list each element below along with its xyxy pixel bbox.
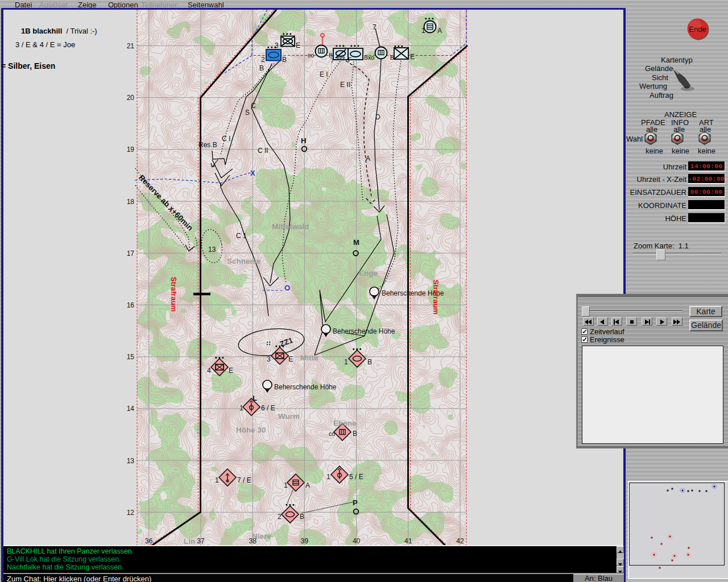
- svg-text:Mitte: Mitte: [300, 354, 318, 362]
- svg-text:S: S: [245, 109, 250, 117]
- svg-text:2: 2: [278, 513, 282, 521]
- svg-text:39: 39: [301, 537, 309, 545]
- svg-text:H: H: [301, 136, 306, 145]
- svg-text:2: 2: [261, 56, 265, 64]
- svg-text:E: E: [288, 355, 293, 363]
- svg-text:21: 21: [127, 42, 135, 50]
- svg-text:O: O: [284, 284, 290, 292]
- svg-text:6 / E: 6 / E: [261, 404, 275, 412]
- svg-text:co: co: [329, 430, 335, 437]
- svg-text:B: B: [353, 430, 357, 438]
- svg-text:Höhe 30: Höhe 30: [236, 426, 266, 434]
- svg-text:C 1: C 1: [236, 232, 247, 240]
- svg-text:7: 7: [373, 23, 377, 31]
- svg-text:Schneise: Schneise: [227, 257, 261, 265]
- svg-text:Res.B: Res.B: [198, 141, 217, 149]
- svg-text:Ende: Ende: [689, 25, 706, 34]
- svg-text:C: C: [251, 102, 256, 110]
- svg-text:16: 16: [127, 301, 135, 309]
- svg-text:A: A: [366, 155, 370, 163]
- svg-text:Strafraum: Strafraum: [169, 277, 178, 311]
- svg-text:1: 1: [326, 473, 330, 481]
- svg-text:3: 3: [267, 355, 271, 363]
- svg-text:B: B: [367, 358, 372, 366]
- svg-text:12: 12: [127, 509, 135, 517]
- svg-text:Niere: Niere: [252, 532, 271, 541]
- svg-text:Lin: Lin: [184, 537, 195, 546]
- svg-text:37: 37: [197, 537, 205, 545]
- svg-text:E: E: [410, 53, 415, 61]
- svg-text:7 / E: 7 / E: [237, 476, 251, 484]
- svg-text:18: 18: [127, 198, 135, 206]
- svg-text:X: X: [250, 169, 255, 177]
- svg-text:Ebene: Ebene: [333, 419, 357, 427]
- svg-text:C II: C II: [258, 147, 268, 155]
- svg-text:5 / E: 5 / E: [349, 473, 363, 481]
- svg-text:13: 13: [127, 457, 135, 465]
- svg-text:B: B: [300, 513, 304, 521]
- svg-text:40: 40: [353, 537, 361, 545]
- svg-text:E II: E II: [340, 81, 350, 89]
- svg-text:13: 13: [208, 246, 216, 253]
- svg-text:Bxo: Bxo: [364, 54, 374, 61]
- svg-text:Beherschende Höhe: Beherschende Höhe: [333, 327, 395, 335]
- svg-text:Beherschende Höhe: Beherschende Höhe: [274, 383, 337, 391]
- svg-text:E: E: [296, 41, 300, 49]
- svg-text:E I: E I: [320, 70, 328, 78]
- svg-text:15: 15: [127, 353, 135, 361]
- svg-text:17: 17: [127, 250, 135, 257]
- svg-text:M: M: [353, 238, 359, 247]
- svg-text:41: 41: [404, 537, 412, 545]
- svg-text:Enge: Enge: [359, 269, 378, 277]
- svg-text:P: P: [353, 498, 358, 507]
- svg-text:14: 14: [127, 405, 135, 413]
- svg-text:1: 1: [215, 476, 219, 484]
- svg-text:36: 36: [145, 537, 153, 545]
- svg-text:Mittelwald: Mittelwald: [272, 222, 309, 231]
- svg-text:20: 20: [127, 94, 135, 102]
- svg-text:C I: C I: [222, 135, 230, 143]
- svg-text:E: E: [229, 367, 233, 375]
- svg-text:4: 4: [207, 367, 211, 375]
- svg-text:co: co: [308, 52, 314, 59]
- svg-text:7: 7: [330, 57, 334, 64]
- svg-text:A: A: [305, 481, 310, 489]
- svg-text:Strafraum: Strafraum: [432, 280, 440, 314]
- svg-text:1: 1: [239, 404, 243, 412]
- svg-text:D: D: [375, 113, 380, 121]
- svg-text:1: 1: [421, 27, 425, 35]
- svg-text:F: F: [348, 56, 351, 63]
- svg-text:1: 1: [344, 358, 348, 366]
- svg-text:1: 1: [284, 481, 288, 489]
- svg-text:B: B: [259, 64, 264, 72]
- svg-text:L: L: [253, 394, 257, 402]
- svg-text:B: B: [390, 54, 394, 61]
- svg-text:Wurm: Wurm: [278, 412, 300, 421]
- svg-text:42: 42: [456, 537, 464, 545]
- svg-text:3: 3: [275, 41, 279, 49]
- svg-text:A: A: [437, 27, 442, 35]
- svg-text:B: B: [282, 56, 287, 64]
- svg-text:19: 19: [127, 146, 135, 153]
